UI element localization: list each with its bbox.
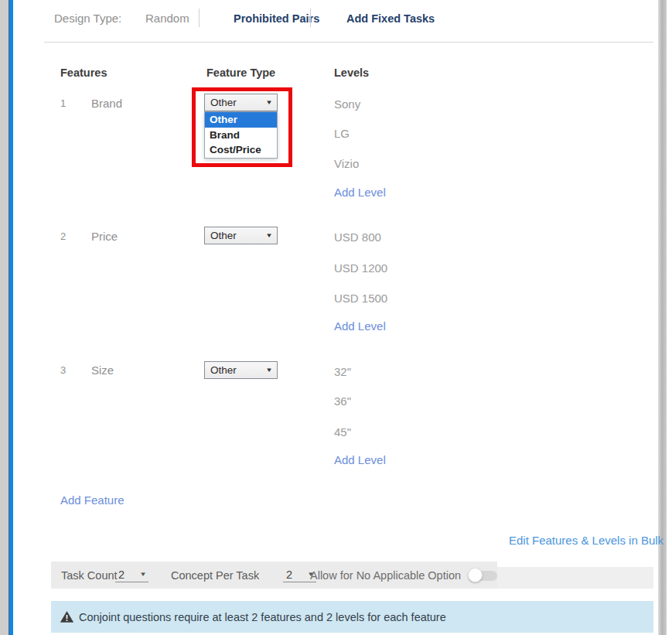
prohibited-pairs-link[interactable]: Prohibited Pairs xyxy=(234,12,319,25)
level-value[interactable]: USD 800 xyxy=(334,230,381,244)
separator xyxy=(310,9,311,27)
no-applicable-toggle[interactable] xyxy=(468,568,497,582)
feature-number: 3 xyxy=(60,364,66,376)
feature-type-select-size[interactable]: Other ▼ xyxy=(204,361,278,379)
design-type-label: Design Type: xyxy=(54,12,121,25)
blue-accent-bar xyxy=(9,0,13,635)
caret-down-icon: ▼ xyxy=(265,99,273,106)
warning-banner: Conjoint questions require at least 2 fe… xyxy=(51,601,653,633)
level-value[interactable]: USD 1200 xyxy=(334,261,387,275)
task-count-dropdown[interactable]: 2 ▼ xyxy=(115,567,148,582)
task-count-value: 2 xyxy=(118,568,125,581)
warning-triangle-icon xyxy=(60,611,73,623)
feature-type-option-list: Other Brand Cost/Price xyxy=(204,111,278,159)
warning-message: Conjoint questions require at least 2 fe… xyxy=(79,611,446,623)
option-brand[interactable]: Brand xyxy=(205,128,277,143)
no-applicable-option-label: Allow for No Applicable Option xyxy=(310,569,461,582)
separator xyxy=(199,9,200,27)
level-value[interactable]: USD 1500 xyxy=(334,292,387,305)
option-cost-price[interactable]: Cost/Price xyxy=(205,142,277,158)
feature-type-select-brand[interactable]: Other ▼ xyxy=(204,94,278,111)
feature-name-price[interactable]: Price xyxy=(91,230,118,243)
feature-number: 2 xyxy=(60,230,66,242)
concept-per-task-value: 2 xyxy=(286,568,292,581)
task-count-label: Task Count xyxy=(61,569,118,582)
add-level-link[interactable]: Add Level xyxy=(334,319,386,333)
caret-down-icon: ▼ xyxy=(139,571,147,578)
concept-per-task-label: Concept Per Task xyxy=(171,569,259,582)
feature-type-column-header: Feature Type xyxy=(206,67,275,79)
level-value[interactable]: LG xyxy=(334,127,350,140)
caret-down-icon: ▼ xyxy=(265,367,273,374)
feature-name-size[interactable]: Size xyxy=(91,364,114,377)
option-other[interactable]: Other xyxy=(205,112,277,128)
add-level-link[interactable]: Add Level xyxy=(334,453,386,466)
level-value[interactable]: 32" xyxy=(334,365,351,378)
select-value: Other xyxy=(210,364,237,376)
toggle-knob xyxy=(468,568,483,582)
feature-name-brand[interactable]: Brand xyxy=(91,97,122,110)
add-feature-link[interactable]: Add Feature xyxy=(60,493,125,507)
select-value: Other xyxy=(210,97,237,108)
select-value: Other xyxy=(210,230,237,241)
levels-column-header: Levels xyxy=(334,67,369,79)
edit-features-levels-bulk-link[interactable]: Edit Features & Levels in Bulk xyxy=(509,534,663,547)
add-fixed-tasks-link[interactable]: Add Fixed Tasks xyxy=(346,12,435,25)
caret-down-icon: ▼ xyxy=(265,232,273,239)
add-level-link[interactable]: Add Level xyxy=(334,186,386,199)
feature-number: 1 xyxy=(60,97,66,109)
level-value[interactable]: 36" xyxy=(334,394,351,408)
level-value[interactable]: Vizio xyxy=(334,157,359,170)
level-value[interactable]: 45" xyxy=(334,425,351,439)
design-type-random[interactable]: Random xyxy=(145,12,189,25)
horizontal-divider xyxy=(44,42,653,43)
level-value[interactable]: Sony xyxy=(334,97,360,111)
feature-type-select-price[interactable]: Other ▼ xyxy=(204,227,278,244)
features-column-header: Features xyxy=(60,67,107,79)
window-left-gutter xyxy=(0,0,9,635)
